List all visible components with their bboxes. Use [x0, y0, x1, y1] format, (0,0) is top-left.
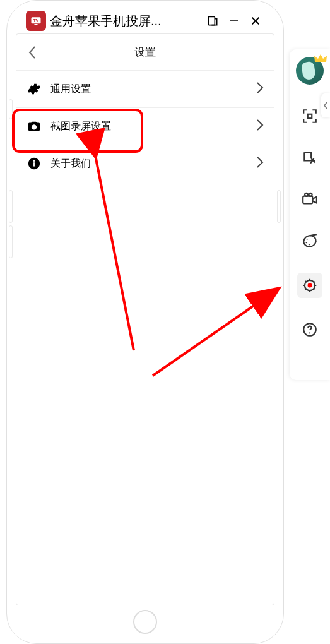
phone-side-button [9, 225, 13, 258]
svg-text:TV: TV [33, 18, 39, 23]
phone-side-button [9, 99, 13, 119]
svg-point-17 [307, 239, 308, 240]
sidebar-avatar[interactable] [296, 57, 324, 85]
svg-point-14 [309, 193, 312, 196]
svg-point-19 [309, 244, 310, 245]
phone-home-button[interactable] [133, 610, 157, 634]
svg-point-7 [33, 126, 36, 129]
row-screenshot-record-settings[interactable]: 截图录屏设置 [16, 108, 274, 145]
svg-rect-3 [208, 16, 215, 25]
close-icon[interactable] [247, 12, 264, 30]
phone-screen: 设置 通用设置 截图录屏设置 关于我们 [16, 33, 274, 605]
info-icon [27, 156, 42, 171]
palette-icon[interactable] [300, 231, 320, 251]
minimize-icon[interactable] [225, 12, 243, 30]
row-general-settings[interactable]: 通用设置 [16, 71, 274, 108]
sidebar-collapse-tab[interactable] [321, 93, 330, 117]
settings-icon[interactable] [297, 273, 322, 298]
svg-rect-11 [308, 114, 312, 119]
phone-side-button [277, 190, 281, 223]
svg-point-10 [33, 160, 35, 162]
record-icon[interactable] [300, 189, 320, 210]
svg-rect-12 [303, 196, 312, 204]
svg-rect-9 [33, 162, 35, 166]
phone-frame: TV 金舟苹果手机投屏... 设置 [6, 0, 284, 644]
svg-point-23 [309, 332, 310, 333]
phone-side-button [9, 190, 13, 223]
svg-point-20 [308, 283, 312, 288]
app-title: 金舟苹果手机投屏... [50, 13, 162, 30]
crown-icon [314, 53, 327, 64]
settings-header: 设置 [16, 34, 274, 71]
help-icon[interactable] [300, 319, 320, 340]
chevron-right-icon [256, 119, 264, 134]
page-title: 设置 [16, 45, 274, 59]
row-label: 通用设置 [50, 83, 247, 96]
row-label: 截图录屏设置 [50, 120, 247, 133]
crop-icon[interactable] [300, 148, 320, 168]
camera-icon [27, 119, 42, 134]
app-logo-icon: TV [26, 11, 46, 31]
chevron-right-icon [256, 81, 264, 97]
svg-point-13 [305, 193, 308, 196]
gear-icon [27, 81, 42, 97]
fullscreen-icon[interactable] [300, 106, 320, 126]
svg-rect-1 [35, 24, 38, 25]
window-titlebar: TV 金舟苹果手机投屏... [26, 11, 264, 31]
new-window-icon[interactable] [204, 12, 221, 30]
row-about-us[interactable]: 关于我们 [16, 145, 274, 182]
row-label: 关于我们 [50, 157, 247, 170]
svg-point-18 [306, 242, 307, 243]
chevron-right-icon [256, 156, 264, 171]
